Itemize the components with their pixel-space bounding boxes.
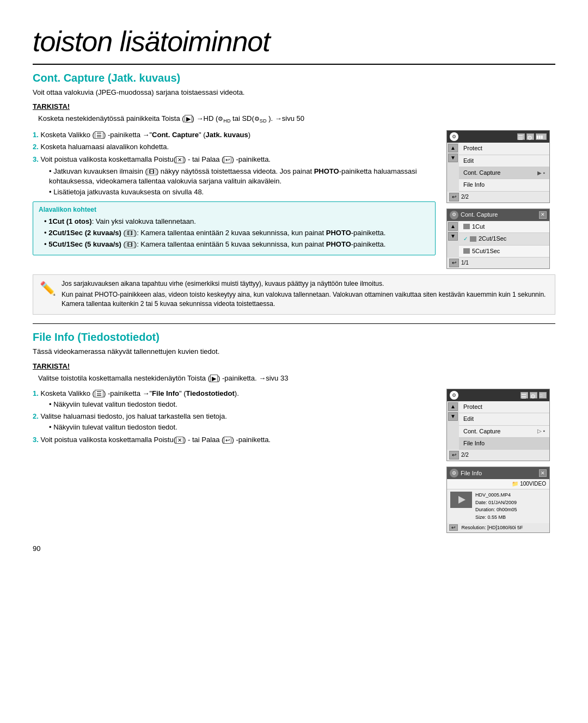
topbar-icons-3: ☰ ⚙ □ [520, 392, 547, 399]
icon-menu-3: ☰ [520, 392, 528, 399]
ui-side-nav-2: ▲ ▼ [447, 221, 459, 258]
icon-gear-3: ⚙ [530, 392, 537, 399]
ui-topbar-1: ⚙ ☰ ⚙ ▮▮▮ [447, 131, 549, 143]
camera-icon-3: ⚙ [450, 391, 458, 400]
nav-down-btn[interactable]: ▼ [448, 154, 458, 162]
fileinfo-size: Size: 0.55 MB [475, 514, 517, 522]
back-btn-4[interactable]: ↩ [449, 524, 458, 531]
section1-left: 1. Kosketa Valikko (☰) -painiketta →"Con… [33, 130, 436, 269]
step-2-1-sub: Näkyviin tulevat valitun tiedoston tiedo… [33, 400, 436, 409]
menu-protect[interactable]: Protect [459, 143, 549, 155]
back-btn-3[interactable]: ↩ [449, 451, 459, 459]
fileinfo-close-btn[interactable]: ✕ [539, 469, 547, 477]
submenu-1cut[interactable]: 1Cut [459, 221, 549, 233]
tarkista-note-1: Kosketa nestekidenäytössä painikkeita To… [33, 114, 555, 125]
icon-5cut [463, 248, 470, 254]
nav-up-btn-2[interactable]: ▲ [448, 222, 458, 231]
topbar2-left: ⚙ Cont. Capture [450, 211, 498, 219]
section1-subtitle: Voit ottaa valokuvia (JPEG-muodossa) sar… [33, 88, 555, 97]
ui-layout-1: ▲ ▼ Protect Edit Cont. Capture ▶ ▪ File … [447, 143, 549, 192]
menu-file-info[interactable]: File Info [459, 179, 549, 191]
alavalikon-title: Alavalikon kohteet [39, 205, 430, 215]
fileinfo-date: Date: 01/JAN/2009 [475, 499, 517, 507]
ui-row-count-3: ↩ 2/2 [447, 450, 549, 461]
nav-down-btn-2[interactable]: ▼ [448, 232, 458, 241]
ui-screenshot-1: ⚙ ☰ ⚙ ▮▮▮ ▲ ▼ Protect Edit [446, 130, 550, 203]
alavalikon-item-1: 1Cut (1 otos): Vain yksi valokuva tallen… [39, 217, 430, 226]
step-1-3: 3. Voit poistua valikosta koskettamalla … [33, 155, 436, 164]
ui-topbar-2: ⚙ Cont. Capture ✕ [447, 209, 549, 221]
icon-battery: ▮▮▮ [536, 133, 547, 140]
menu-protect-3[interactable]: Protect [459, 401, 549, 413]
ui-topbar-3: ⚙ ☰ ⚙ □ [447, 389, 549, 401]
fileinfo-filename: HDV_0005.MP4 [475, 492, 517, 499]
step-2-2-sub: Näkyviin tulevat valitun tiedoston tiedo… [33, 422, 436, 432]
menu-cont-capture[interactable]: Cont. Capture ▶ ▪ [459, 167, 549, 179]
fileinfo-resolution-row: ↩ Resolution: [HD]1080/60i 5F [447, 523, 549, 532]
icon-1cut [463, 224, 470, 229]
submenu-2cut[interactable]: ✓ 2Cut/1Sec [459, 233, 549, 245]
arrow-3: ▷ ▪ [537, 427, 545, 435]
nav-up-btn[interactable]: ▲ [448, 144, 458, 152]
section2-right: ⚙ ☰ ⚙ □ ▲ ▼ Protect Edit [446, 389, 555, 533]
fileinfo-duration: Duration: 0h00m05 [475, 506, 517, 514]
submenu-5cut[interactable]: 5Cut/1Sec [459, 246, 549, 258]
fileinfo-topbar: ⚙ File Info ✕ [447, 467, 549, 479]
fileinfo-title: File Info [461, 469, 482, 477]
ui-screenshot-3: ⚙ ☰ ⚙ □ ▲ ▼ Protect Edit [446, 389, 550, 462]
ui-screenshot-4: ⚙ File Info ✕ 📁 100VIDEO [446, 467, 550, 533]
section2-subtitle: Tässä videokamerassa näkyvät tallennettu… [33, 347, 555, 357]
ui-layout-3: ▲ ▼ Protect Edit Cont. Capture ▷ ▪ File … [447, 401, 549, 450]
menu-edit[interactable]: Edit [459, 155, 549, 167]
fileinfo-details: HDV_0005.MP4 Date: 01/JAN/2009 Duration:… [475, 492, 517, 521]
check-icon: ✓ [463, 235, 468, 243]
note-text-1: Jos sarjakuvauksen aikana tapahtuu virhe… [62, 279, 548, 310]
nav-down-3[interactable]: ▼ [448, 412, 458, 421]
close-btn-1[interactable]: ✕ [539, 211, 547, 219]
fileinfo-folder: 📁 100VIDEO [447, 479, 549, 489]
section1-main: 1. Kosketa Valikko (☰) -painiketta →"Con… [33, 130, 555, 269]
ui-row-count-2: ↩ 1/1 [447, 258, 549, 268]
fileinfo-camera-icon: ⚙ [450, 469, 458, 477]
section2-main: 1. Kosketa Valikko (☰) -painiketta →"Fil… [33, 389, 555, 533]
subitem-1-1: Jatkuvan kuvauksen ilmaisin (🎞) näkyy nä… [33, 167, 436, 186]
back-btn-1[interactable]: ↩ [449, 193, 459, 201]
icon-gear: ⚙ [526, 133, 534, 140]
section-divider [33, 323, 555, 324]
step-1-2: 2. Kosketa haluamaasi alavalikon kohdett… [33, 142, 436, 152]
alavalikon-item-3: 5Cut/1Sec (5 kuvaa/s) (🎞): Kamera tallen… [39, 240, 430, 249]
fileinfo-thumbnail [450, 492, 472, 508]
note-icon-1: ✏️ [40, 279, 56, 310]
fileinfo-title-area: ⚙ File Info [450, 469, 482, 477]
folder-icon: 📁 [512, 481, 518, 487]
thumbnail-svg [450, 492, 472, 508]
menu-cont-capture-3[interactable]: Cont. Capture ▷ ▪ [459, 426, 549, 438]
ui-row-count-1: ↩ 2/2 [447, 192, 549, 203]
note-box-1: ✏️ Jos sarjakuvauksen aikana tapahtuu vi… [33, 274, 555, 315]
submenu-content: 1Cut ✓ 2Cut/1Sec 5Cut/1Sec [459, 221, 549, 258]
tarkista-label-2: TARKISTA! [33, 362, 555, 371]
cont-capture-arrow: ▶ ▪ [537, 169, 545, 177]
section2-title: File Info (Tiedostotiedot) [33, 329, 555, 345]
menu-file-info-3[interactable]: File Info [459, 438, 549, 450]
ui-screenshot-2: ⚙ Cont. Capture ✕ ▲ ▼ 1Cut [446, 209, 550, 269]
menu-edit-3[interactable]: Edit [459, 413, 549, 425]
nav-up-3[interactable]: ▲ [448, 402, 458, 411]
section-cont-capture: Cont. Capture (Jatk. kuvaus) Voit ottaa … [33, 70, 555, 315]
ui-menu-1: Protect Edit Cont. Capture ▶ ▪ File Info [459, 143, 549, 192]
tarkista-note-2: Valitse toistotila koskettamalla nesteki… [33, 373, 555, 383]
step-2-1: 1. Kosketa Valikko (☰) -painiketta →"Fil… [33, 389, 436, 409]
section-file-info: File Info (Tiedostotiedot) Tässä videoka… [33, 329, 555, 533]
tarkista-label-1: TARKISTA! [33, 102, 555, 112]
ui-side-nav-3: ▲ ▼ [447, 401, 459, 450]
page-title: toiston lisätoiminnot [33, 22, 555, 65]
topbar-icons: ☰ ⚙ ▮▮▮ [517, 133, 547, 140]
section1-title: Cont. Capture (Jatk. kuvaus) [33, 70, 555, 85]
back-btn-2[interactable]: ↩ [449, 259, 459, 267]
alavalikon-box: Alavalikon kohteet 1Cut (1 otos): Vain y… [33, 201, 436, 255]
topbar2-camera-icon: ⚙ [450, 211, 458, 219]
ui-side-nav-1: ▲ ▼ [447, 143, 459, 192]
page-number: 90 [33, 544, 555, 554]
fileinfo-content: HDV_0005.MP4 Date: 01/JAN/2009 Duration:… [447, 489, 549, 523]
alavalikon-item-2: 2Cut/1Sec (2 kuvaa/s) (🎞): Kamera tallen… [39, 228, 430, 238]
